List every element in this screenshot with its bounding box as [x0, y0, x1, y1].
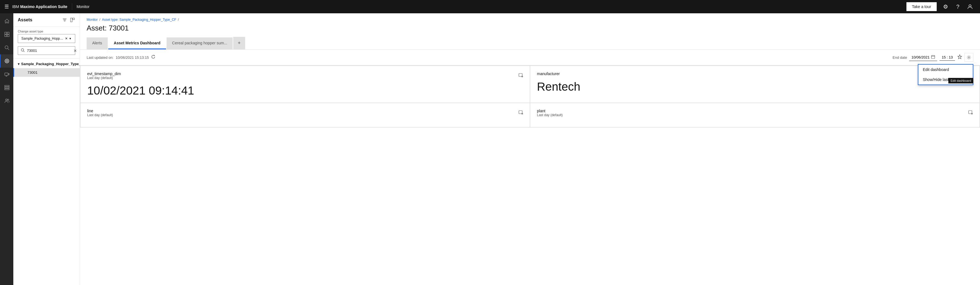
svg-point-17 — [8, 99, 9, 101]
module-label: Monitor — [76, 5, 90, 9]
help-icon[interactable]: ? — [952, 0, 963, 13]
sidebar-item-group[interactable] — [0, 81, 13, 94]
sidebar-icons — [0, 13, 13, 285]
svg-point-26 — [968, 57, 970, 58]
tree-child-asset[interactable]: 73001 — [13, 68, 80, 77]
date-value: 10/06/2021 — [912, 55, 929, 59]
search-icon — [21, 48, 25, 53]
assets-header: Assets — [13, 13, 80, 27]
change-asset-label: Change asset type — [13, 27, 80, 34]
card-value-evt: 10/02/2021 09:14:41 — [87, 84, 523, 97]
svg-rect-13 — [5, 86, 9, 87]
dashboard-area: Last updated on: 10/06/2021 15:13:15 End… — [80, 50, 980, 285]
breadcrumb-sep-1: / — [99, 18, 100, 22]
svg-line-21 — [24, 51, 24, 52]
last-updated-value: 10/06/2021 15:13:15 — [116, 55, 149, 60]
svg-rect-19 — [73, 18, 75, 20]
tree-toggle-icon: ▾ — [18, 62, 19, 66]
svg-rect-18 — [70, 18, 72, 22]
asset-type-value: Sample_Packaging_Hopper_Type_CF — [21, 36, 65, 41]
clear-search-icon[interactable]: ✕ — [73, 49, 77, 53]
svg-rect-14 — [5, 87, 9, 88]
sidebar-item-dashboard[interactable] — [0, 28, 13, 41]
tab-add-button[interactable]: + — [233, 37, 245, 49]
tree-item-parent[interactable]: ▾ Sample_Packaging_Hopper_Type_CF — [13, 60, 80, 68]
assets-title: Assets — [18, 17, 32, 22]
tree-parent-label: Sample_Packaging_Hopper_Type_CF — [21, 62, 86, 66]
svg-point-8 — [6, 60, 8, 62]
card-icon-plant[interactable] — [968, 110, 973, 116]
tab-cereal[interactable]: Cereal packaging hopper sum... — [167, 37, 233, 49]
content-header: Monitor / Asset type: Sample_Packaging_H… — [80, 13, 980, 37]
card-subtitle-evt: Last day (default) — [87, 76, 121, 80]
tabs-bar: Alerts Asset Metrics Dashboard Cereal pa… — [80, 37, 980, 50]
svg-rect-9 — [5, 73, 8, 75]
svg-line-6 — [8, 49, 9, 50]
svg-rect-1 — [5, 32, 7, 34]
nav-divider — [72, 3, 72, 10]
svg-point-20 — [21, 49, 24, 51]
card-icon-evt[interactable] — [519, 73, 523, 78]
pin-icon[interactable] — [957, 54, 962, 61]
last-updated-label: Last updated on: — [87, 55, 113, 60]
sidebar-item-home[interactable] — [0, 14, 13, 28]
breadcrumb-monitor[interactable]: Monitor — [87, 18, 98, 22]
time-input[interactable]: 15 : 13 — [939, 54, 955, 61]
dashboard-toolbar: Last updated on: 10/06/2021 15:13:15 End… — [80, 50, 980, 65]
card-title-manufacturer: manufacturer — [537, 71, 560, 76]
filter-icon[interactable] — [62, 17, 67, 23]
brand-name: IBM Maximo Application Suite — [12, 5, 67, 9]
tree-divider — [13, 58, 80, 59]
take-tour-button[interactable]: Take a tour — [907, 2, 937, 11]
search-box: ✕ — [18, 46, 75, 55]
sidebar-item-search[interactable] — [0, 41, 13, 54]
sidebar-item-people[interactable] — [0, 94, 13, 108]
metric-card-line: line Last day (default) — [81, 103, 530, 127]
settings-icon[interactable]: ⚙ — [940, 0, 951, 13]
sidebar-item-devices[interactable] — [0, 68, 13, 81]
card-title-plant: plant — [537, 109, 563, 113]
assets-panel: Assets Change asset type Sample_Packagin… — [13, 13, 80, 285]
svg-point-5 — [5, 46, 8, 49]
svg-rect-22 — [931, 55, 935, 59]
end-date-label: End date — [892, 55, 907, 60]
hamburger-menu-icon[interactable]: ☰ — [5, 3, 9, 10]
svg-point-0 — [969, 5, 971, 7]
sidebar-item-monitor[interactable] — [0, 54, 13, 68]
svg-point-7 — [5, 59, 9, 63]
svg-rect-2 — [7, 32, 9, 34]
card-icon-line[interactable] — [519, 110, 523, 116]
breadcrumb: Monitor / Asset type: Sample_Packaging_H… — [87, 18, 973, 22]
date-input[interactable]: 10/06/2021 — [909, 54, 937, 61]
card-subtitle-line: Last day (default) — [87, 113, 113, 117]
card-subtitle-plant: Last day (default) — [537, 113, 563, 117]
metric-card-manufacturer: manufacturer Rentech — [530, 66, 980, 103]
chevron-down-icon[interactable]: ▾ — [69, 36, 72, 41]
svg-rect-4 — [7, 35, 9, 36]
dashboard-settings-icon[interactable] — [964, 53, 973, 62]
svg-rect-15 — [5, 89, 9, 90]
cards-grid: evt_timestamp_dim Last day (default) 10/… — [80, 65, 980, 128]
card-title-line: line — [87, 109, 113, 113]
svg-point-16 — [6, 99, 7, 101]
breadcrumb-asset-type[interactable]: Asset type: Sample_Packaging_Hopper_Type… — [102, 18, 176, 22]
search-input[interactable] — [27, 49, 73, 53]
dropdown-edit-dashboard[interactable]: Edit dashboard — [918, 65, 973, 74]
asset-type-select[interactable]: Sample_Packaging_Hopper_Type_CF ✕ ▾ — [18, 34, 75, 43]
time-value: 15 : 13 — [942, 55, 953, 59]
metric-card-plant: plant Last day (default) — [530, 103, 980, 127]
refresh-icon[interactable] — [151, 55, 156, 60]
last-updated: Last updated on: 10/06/2021 15:13:15 — [87, 55, 156, 60]
svg-rect-10 — [8, 73, 9, 75]
metric-card-evt-timestamp: evt_timestamp_dim Last day (default) 10/… — [81, 66, 530, 103]
breadcrumb-sep-2: / — [178, 18, 179, 22]
layout-icon[interactable] — [70, 17, 75, 23]
card-title-evt: evt_timestamp_dim — [87, 71, 121, 76]
clear-asset-type-icon[interactable]: ✕ — [65, 36, 67, 41]
tab-asset-metrics[interactable]: Asset Metrics Dashboard — [108, 37, 166, 49]
tab-alerts[interactable]: Alerts — [87, 37, 108, 49]
calendar-icon — [931, 55, 935, 60]
top-navigation: ☰ IBM Maximo Application Suite Monitor T… — [0, 0, 980, 13]
user-icon[interactable] — [964, 0, 975, 13]
toolbar-right: End date 10/06/2021 15 : 13 — [892, 53, 973, 62]
